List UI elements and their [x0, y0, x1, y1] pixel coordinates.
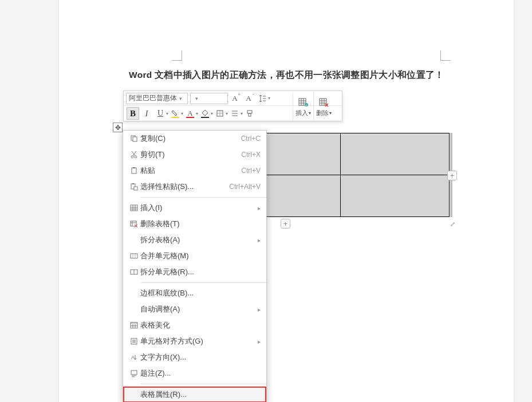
format-painter-button[interactable]: [243, 107, 256, 120]
borders-button[interactable]: [214, 107, 226, 120]
svg-rect-7: [249, 113, 251, 116]
menu-text-direction[interactable]: A 文字方向(X)...: [123, 349, 266, 365]
text-direction-icon: A: [128, 353, 140, 361]
submenu-arrow-icon: ▸: [258, 306, 261, 313]
insert-table-icon: +: [298, 96, 309, 109]
page-corner-tr: [440, 50, 451, 61]
svg-point-24: [131, 156, 133, 158]
bold-button[interactable]: B: [127, 107, 139, 120]
font-name-combo[interactable]: 阿里巴巴普惠体 ▾: [126, 93, 188, 104]
svg-rect-49: [131, 322, 137, 324]
svg-rect-23: [133, 137, 137, 141]
cut-icon: [128, 151, 140, 159]
submenu-arrow-icon: ▸: [258, 338, 261, 345]
merge-cells-icon: [128, 252, 140, 260]
menu-split-table[interactable]: 拆分表格(A) ▸: [123, 232, 266, 248]
table-cell[interactable]: [341, 133, 450, 175]
menu-paste[interactable]: 粘贴 Ctrl+V: [123, 163, 266, 179]
copy-icon: [128, 135, 140, 143]
submenu-arrow-icon: ▸: [258, 205, 261, 211]
menu-insert[interactable]: 插入(I) ▸: [123, 200, 266, 216]
table-move-handle[interactable]: ✥: [113, 123, 123, 132]
menu-borders-shading[interactable]: 边框和底纹(B)...: [123, 285, 266, 301]
font-size-combo[interactable]: ▾: [190, 93, 228, 104]
align-button[interactable]: [228, 107, 241, 120]
line-spacing-button[interactable]: [256, 92, 269, 105]
delete-table-icon: [128, 220, 140, 228]
cell-align-icon: [128, 337, 140, 345]
submenu-arrow-icon: ▸: [258, 237, 261, 243]
menu-caption[interactable]: 题注(Z)...: [123, 365, 266, 381]
add-column-button[interactable]: +: [447, 171, 457, 180]
underline-button[interactable]: U: [154, 107, 167, 120]
caption-icon: [128, 369, 140, 377]
highlight-color-button[interactable]: [169, 107, 182, 120]
paste-icon: [128, 167, 140, 175]
mini-toolbar: 阿里巴巴普惠体 ▾ ▾ A+ A- ▾ B: [123, 90, 342, 121]
svg-rect-6: [247, 111, 252, 113]
menu-table-beautify[interactable]: 表格美化: [123, 317, 266, 333]
table-resize-handle[interactable]: ⤢: [448, 220, 457, 228]
table-context-menu: 复制(C) Ctrl+C 剪切(T) Ctrl+X 粘贴 Ctrl+V 选择性粘…: [123, 130, 267, 402]
menu-paste-special[interactable]: 选择性粘贴(S)... Ctrl+Alt+V: [123, 179, 266, 195]
menu-delete-table[interactable]: 删除表格(T): [123, 216, 266, 232]
delete-group-button[interactable]: 删除▾: [313, 92, 334, 121]
menu-merge-cells[interactable]: 合并单元格(M): [123, 248, 266, 264]
menu-separator: [140, 197, 266, 198]
add-row-button[interactable]: +: [281, 219, 290, 228]
menu-copy[interactable]: 复制(C) Ctrl+C: [123, 131, 266, 147]
menu-autofit[interactable]: 自动调整(A) ▸: [123, 301, 266, 317]
shading-button[interactable]: [199, 107, 211, 120]
delete-table-icon: [319, 96, 329, 109]
svg-rect-29: [133, 167, 135, 168]
menu-separator: [140, 282, 266, 283]
menu-table-properties[interactable]: 表格属性(R)...: [123, 387, 266, 402]
paste-special-icon: [128, 183, 140, 191]
dropdown-icon: ▾: [195, 96, 198, 101]
svg-rect-28: [132, 168, 136, 174]
svg-point-25: [135, 156, 137, 158]
beautify-icon: [128, 321, 140, 329]
svg-rect-31: [132, 183, 134, 184]
increase-font-button[interactable]: A+: [228, 92, 241, 105]
font-color-button[interactable]: A: [184, 107, 196, 120]
svg-rect-33: [131, 205, 137, 211]
dropdown-icon: ▾: [179, 96, 182, 101]
decrease-font-button[interactable]: A-: [242, 92, 255, 105]
svg-rect-43: [131, 254, 137, 258]
table-icon: [128, 204, 140, 212]
svg-text:+: +: [305, 103, 307, 107]
italic-button[interactable]: I: [140, 107, 153, 120]
page-corner-tl: [172, 50, 182, 61]
menu-split-cells[interactable]: 拆分单元格(R)...: [123, 264, 266, 280]
insert-group-button[interactable]: + 插入▾: [293, 92, 313, 121]
svg-rect-58: [131, 371, 137, 375]
table-cell[interactable]: [341, 175, 450, 217]
menu-cut[interactable]: 剪切(T) Ctrl+X: [123, 147, 266, 163]
menu-cell-align[interactable]: 单元格对齐方式(G) ▸: [123, 333, 266, 349]
svg-rect-32: [134, 187, 137, 190]
menu-separator: [140, 384, 266, 384]
document-heading: Word 文档中插入图片的正确方法，再也不用一张张调整图片大小和位置了！: [129, 69, 444, 81]
svg-text:A: A: [131, 354, 135, 360]
split-cells-icon: [128, 268, 140, 276]
font-name-value: 阿里巴巴普惠体: [129, 93, 177, 103]
